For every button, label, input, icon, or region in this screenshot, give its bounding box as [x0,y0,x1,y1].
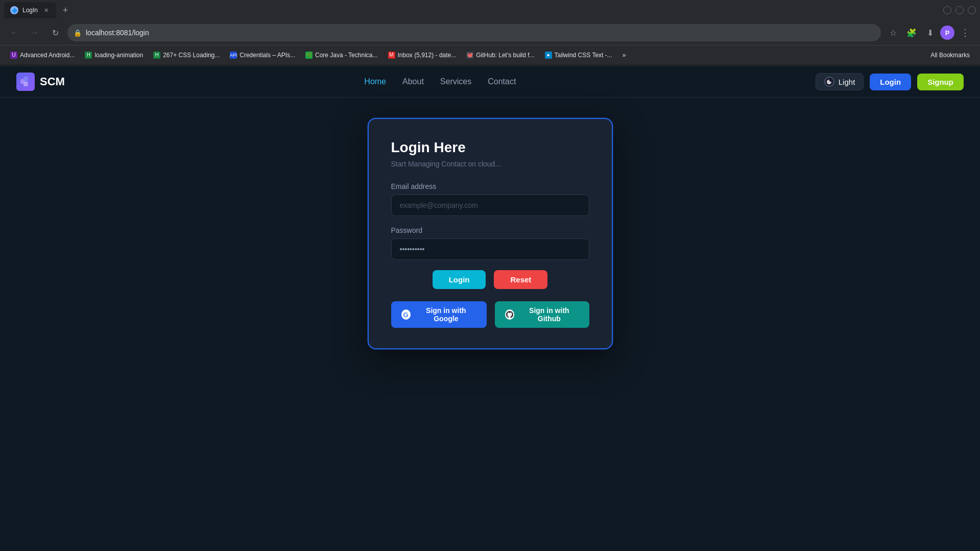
tab-label: LogIn [22,7,38,14]
light-label: Light [839,78,855,86]
profile-button[interactable]: P [940,26,954,40]
brand-icon [16,73,35,91]
window-controls: — □ ✕ [943,6,976,14]
login-button[interactable]: Login [433,270,486,289]
nav-home[interactable]: Home [364,77,386,86]
toolbar-actions: ☆ 🧩 ⬇ P ⋮ [885,25,974,41]
navbar: SCM Home About Services Contact Light Lo… [0,66,980,98]
bookmark-item[interactable]: API Credentials – APIs... [226,50,299,61]
bookmark-label: Core Java - Technica... [315,52,378,59]
nav-links: Home About Services Contact [364,77,516,86]
bookmark-item[interactable]: H loading-animation [81,50,147,61]
bookmark-label: 267+ CSS Loading... [163,52,220,59]
browser-toolbar: ← → ↻ 🔒 localhost:8081/login ☆ 🧩 ⬇ P ⋮ [0,20,980,45]
nav-actions: Light Login Signup [816,73,964,90]
new-tab-button[interactable]: + [58,3,73,17]
bookmark-item[interactable]: H 267+ CSS Loading... [149,50,224,61]
light-toggle-button[interactable]: Light [816,73,864,90]
bookmark-favicon: ● [545,52,552,59]
main-content: Login Here Start Managing Contact on clo… [0,98,980,370]
nav-services[interactable]: Services [440,77,471,86]
download-button[interactable]: ⬇ [922,25,938,41]
bookmark-label: Credentials – APIs... [240,52,295,59]
signup-nav-button[interactable]: Signup [917,74,964,90]
app-container: SCM Home About Services Contact Light Lo… [0,66,980,551]
github-logo [506,311,513,318]
google-signin-button[interactable]: G Sign in with Google [391,301,487,328]
bookmark-label: Inbox (5,912) - date... [398,52,457,59]
bookmark-favicon: U [10,52,17,59]
minimize-button[interactable]: — [943,6,951,14]
github-signin-label: Sign in with Github [519,306,579,323]
bookmark-star-button[interactable]: ☆ [885,25,901,41]
login-nav-button[interactable]: Login [870,74,911,90]
bookmark-favicon: API [230,52,237,59]
reset-button[interactable]: Reset [494,270,547,289]
brand-logo-svg [20,76,31,87]
more-bookmarks-button[interactable]: » [618,50,630,61]
active-tab[interactable]: 🔷 LogIn ✕ [4,2,56,18]
nav-about[interactable]: About [402,77,424,86]
tab-close-btn[interactable]: ✕ [42,6,50,14]
moon-icon [826,79,832,85]
tab-favicon: 🔷 [10,6,18,14]
github-signin-button[interactable]: Sign in with Github [495,301,589,328]
forward-button[interactable]: → [27,25,43,41]
login-subtitle: Start Managing Contact on cloud... [391,160,589,168]
google-icon: G [401,309,411,320]
close-button[interactable]: ✕ [968,6,976,14]
lock-icon: 🔒 [74,29,82,37]
password-label: Password [391,226,589,234]
login-title: Login Here [391,139,589,156]
theme-icon [824,77,834,87]
extensions-button[interactable]: 🧩 [903,25,920,41]
bookmark-label: loading-animation [94,52,143,59]
email-label: Email address [391,182,589,190]
menu-button[interactable]: ⋮ [957,25,974,40]
bookmark-favicon: 🐙 [466,52,473,59]
bookmark-label: GitHub: Let's build f... [476,52,534,59]
address-bar[interactable]: 🔒 localhost:8081/login [67,24,881,41]
bookmark-item[interactable]: M Inbox (5,912) - date... [384,50,461,61]
bookmark-item[interactable]: 🌿 Core Java - Technica... [301,50,382,61]
address-text: localhost:8081/login [86,29,149,37]
back-button[interactable]: ← [6,25,22,41]
social-buttons: G Sign in with Google Sign in with Githu… [391,301,589,328]
bookmark-favicon: M [388,52,395,59]
bookmarks-bar: U Advanced Android... H loading-animatio… [0,45,980,64]
all-bookmarks-button[interactable]: All Bookmarks [926,50,974,61]
email-input[interactable] [391,195,589,216]
bookmark-item[interactable]: 🐙 GitHub: Let's build f... [462,50,538,61]
maximize-button[interactable]: □ [955,6,964,14]
all-bookmarks-label: All Bookmarks [930,52,970,59]
more-bookmarks-label: » [623,52,626,59]
form-buttons: Login Reset [391,270,589,289]
brand-name: SCM [40,75,65,88]
nav-contact[interactable]: Contact [488,77,516,86]
browser-chrome: 🔷 LogIn ✕ + — □ ✕ ← → ↻ 🔒 localhost:8081… [0,0,980,66]
reload-button[interactable]: ↻ [47,25,63,41]
browser-tabs: 🔷 LogIn ✕ + [4,2,943,18]
password-input[interactable] [391,238,589,260]
login-card: Login Here Start Managing Contact on clo… [368,118,613,349]
svg-rect-2 [23,82,28,86]
bookmark-favicon: H [85,52,92,59]
brand[interactable]: SCM [16,73,65,91]
bookmark-item[interactable]: ● Tailwind CSS Text -... [541,50,616,61]
google-signin-label: Sign in with Google [416,306,476,323]
bookmark-favicon: 🌿 [305,52,313,59]
svg-rect-1 [23,77,28,81]
bookmark-favicon: H [153,52,160,59]
bookmark-label: Tailwind CSS Text -... [555,52,612,59]
bookmark-item[interactable]: U Advanced Android... [6,50,79,61]
github-icon [505,309,514,320]
bookmark-label: Advanced Android... [20,52,75,59]
browser-titlebar: 🔷 LogIn ✕ + — □ ✕ [0,0,980,20]
